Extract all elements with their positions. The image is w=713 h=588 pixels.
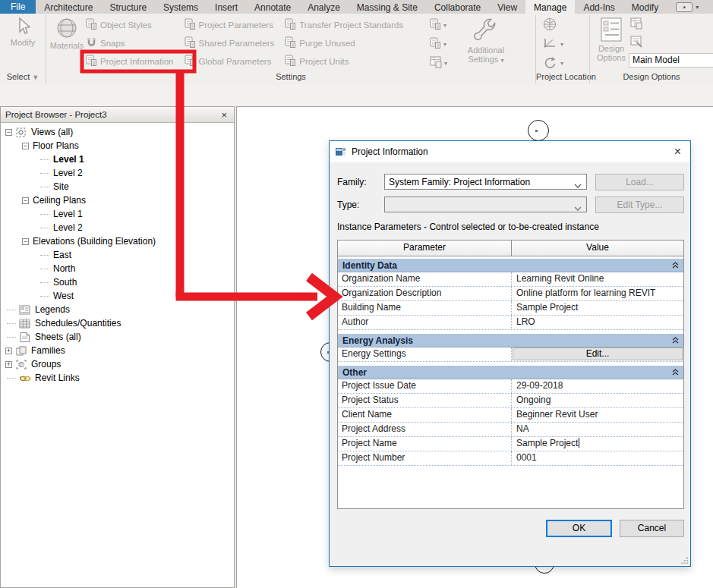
- tab-add-ins[interactable]: Add-Ins: [575, 0, 623, 14]
- load-button[interactable]: Load...: [595, 174, 684, 190]
- parameter-value-cell[interactable]: 0001: [512, 451, 683, 465]
- parameter-column-header[interactable]: Parameter: [338, 241, 512, 256]
- dialog-title-bar[interactable]: Project Information ×: [330, 141, 690, 162]
- select-panel-label[interactable]: Select ▼: [0, 72, 46, 83]
- design-options-button[interactable]: Design Options: [595, 17, 628, 62]
- parameter-value-cell[interactable]: Beginner Revit User: [512, 408, 683, 422]
- location-button[interactable]: [542, 16, 557, 34]
- tree-item-site[interactable]: Site: [1, 180, 234, 193]
- collapse-icon[interactable]: −: [22, 143, 29, 149]
- structure-mini-button-1[interactable]: ▾: [430, 16, 447, 35]
- design-options-mini-button-1[interactable]: [630, 17, 642, 32]
- tree-item-schedules-quantities[interactable]: Schedules/Quantities: [1, 316, 234, 330]
- collapse-section-icon[interactable]: [672, 337, 679, 344]
- section-header-identity-data[interactable]: Identity Data: [338, 259, 683, 272]
- tab-insert[interactable]: Insert: [207, 0, 246, 14]
- family-select[interactable]: System Family: Project Information: [384, 174, 587, 190]
- tab-analyze[interactable]: Analyze: [299, 0, 349, 14]
- design-options-mini-button-2[interactable]: [630, 36, 642, 50]
- tab-manage[interactable]: Manage: [525, 0, 575, 14]
- parameter-value-cell[interactable]: Sample Project: [512, 301, 683, 315]
- parameter-value-cell[interactable]: NA: [512, 423, 683, 436]
- snaps-button[interactable]: Snaps: [86, 34, 174, 52]
- tree-item-floor-plans[interactable]: −Floor Plans: [1, 139, 234, 153]
- additional-settings-button[interactable]: Additional Settings ▾: [461, 17, 511, 65]
- collapse-section-icon[interactable]: [672, 262, 679, 269]
- parameter-value-cell[interactable]: Sample Project: [512, 437, 683, 451]
- tree-item-revit-links[interactable]: Revit Links: [1, 371, 234, 385]
- tree-item-level-2[interactable]: Level 2: [1, 221, 234, 234]
- active-design-option-select[interactable]: Main Model: [629, 53, 713, 68]
- value-column-header[interactable]: Value: [512, 241, 683, 256]
- project-units-button[interactable]: Project Units: [285, 52, 403, 71]
- parameter-value-cell[interactable]: Edit...: [512, 347, 683, 361]
- shared-parameters-icon: [185, 36, 196, 50]
- project-parameters-button[interactable]: Project Parameters: [185, 16, 275, 34]
- shared-parameters-button[interactable]: Shared Parameters: [185, 34, 275, 52]
- coordinates-button[interactable]: ▾: [542, 35, 563, 53]
- type-select[interactable]: [384, 197, 587, 212]
- expand-icon[interactable]: +: [5, 347, 12, 354]
- tree-item-east[interactable]: East: [1, 248, 234, 262]
- materials-button[interactable]: Materials: [50, 17, 84, 50]
- global-parameters-button[interactable]: Global Parameters: [185, 52, 275, 71]
- cancel-button[interactable]: Cancel: [620, 520, 684, 537]
- tab-annotate[interactable]: Annotate: [246, 0, 299, 14]
- tab-systems[interactable]: Systems: [155, 0, 207, 14]
- tree-item-level-2[interactable]: Level 2: [1, 166, 234, 180]
- parameter-value-cell[interactable]: 29-09-2018: [512, 379, 683, 393]
- tree-item-legends[interactable]: Legends: [1, 303, 234, 316]
- settings-panel-label: Settings: [46, 72, 535, 83]
- structure-mini-button-3[interactable]: ▾: [430, 54, 447, 73]
- section-header-other[interactable]: Other: [338, 366, 683, 379]
- tree-item-sheets-all[interactable]: Sheets (all): [1, 330, 234, 344]
- elevation-marker[interactable]: [528, 120, 549, 141]
- tree-item-families[interactable]: +Families: [1, 344, 234, 357]
- materials-icon: [55, 17, 79, 41]
- additional-settings-label-2: Settings ▾: [468, 55, 504, 65]
- tree-item-south[interactable]: South: [1, 275, 234, 289]
- parameter-value-cell[interactable]: Ongoing: [512, 394, 683, 407]
- energy-settings-edit-button[interactable]: Edit...: [513, 347, 683, 360]
- tree-item-ceiling-plans[interactable]: −Ceiling Plans: [1, 193, 234, 207]
- tree-item-west[interactable]: West: [1, 289, 234, 303]
- tab-architecture[interactable]: Architecture: [36, 0, 101, 14]
- structure-mini-button-2[interactable]: ▾: [430, 35, 447, 54]
- project-location-panel: ▾ ▾ Project Location: [536, 14, 589, 84]
- object-styles-button[interactable]: Object Styles: [86, 16, 174, 34]
- materials-button-label: Materials: [50, 41, 84, 50]
- design-options-panel: Design Options Main Model Design Options: [590, 14, 713, 84]
- edit-type-button[interactable]: Edit Type...: [595, 197, 684, 213]
- project-browser-close-icon[interactable]: ×: [219, 109, 229, 121]
- tab-file[interactable]: File: [0, 0, 36, 14]
- tab-view[interactable]: View: [489, 0, 525, 14]
- tree-item-groups[interactable]: +Groups: [1, 357, 234, 371]
- purge-unused-button[interactable]: Purge Unused: [285, 34, 403, 52]
- parameter-value-cell[interactable]: Learning Revit Online: [512, 272, 683, 286]
- collapse-icon[interactable]: −: [5, 129, 12, 136]
- tab-massing-site[interactable]: Massing & Site: [349, 0, 426, 14]
- ribbon-minimize-control[interactable]: ▴▾: [676, 0, 699, 14]
- tree-item-level-1[interactable]: Level 1: [1, 153, 234, 166]
- tab-collaborate[interactable]: Collaborate: [426, 0, 489, 14]
- tab-structure[interactable]: Structure: [101, 0, 155, 14]
- tab-modify[interactable]: Modify: [623, 0, 667, 14]
- tree-item-elevations-building-elevation[interactable]: −Elevations (Building Elevation): [1, 234, 234, 248]
- dialog-resize-grip[interactable]: [681, 557, 688, 564]
- modify-button[interactable]: Modify: [5, 17, 41, 47]
- expand-icon[interactable]: +: [5, 361, 12, 368]
- collapse-icon[interactable]: −: [22, 197, 29, 204]
- tree-item-level-1[interactable]: Level 1: [1, 207, 234, 221]
- ok-button[interactable]: OK: [546, 520, 612, 537]
- parameter-value-cell[interactable]: Online platform for learning REVIT: [512, 287, 683, 300]
- tree-item-north[interactable]: North: [1, 262, 234, 275]
- position-button[interactable]: ▾: [542, 54, 563, 72]
- tree-item-views-all[interactable]: −Views (all): [1, 125, 234, 139]
- section-header-energy-analysis[interactable]: Energy Analysis: [338, 334, 683, 347]
- dialog-close-icon[interactable]: ×: [671, 145, 684, 159]
- transfer-project-standards-button[interactable]: Transfer Project Standards: [285, 16, 403, 34]
- parameter-value-cell[interactable]: LRO: [512, 316, 683, 329]
- collapse-section-icon[interactable]: [672, 369, 679, 376]
- project-information-button[interactable]: Project Information: [86, 52, 174, 71]
- collapse-icon[interactable]: −: [22, 238, 29, 245]
